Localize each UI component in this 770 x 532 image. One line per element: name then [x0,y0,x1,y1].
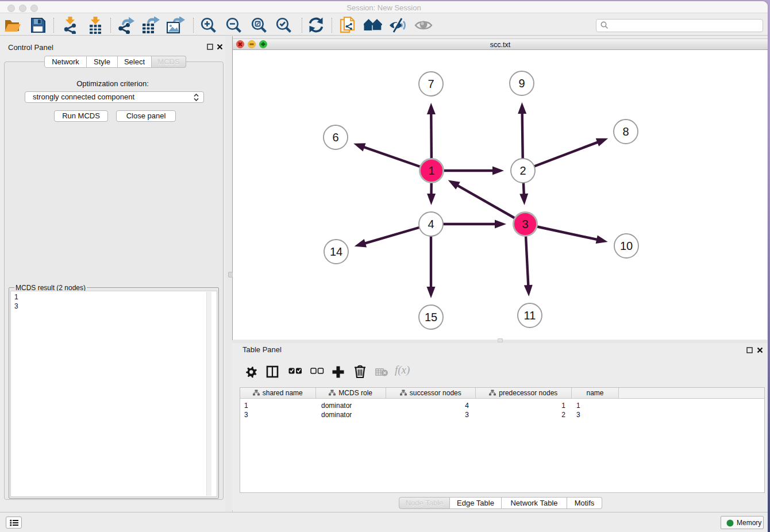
svg-text:6: 6 [332,131,338,144]
svg-text:3: 3 [522,218,528,230]
svg-text:11: 11 [524,309,536,322]
svg-text:7: 7 [428,78,434,90]
svg-text:15: 15 [425,311,437,323]
svg-text:14: 14 [330,245,342,258]
svg-text:1: 1 [428,164,434,177]
svg-text:4: 4 [428,218,434,230]
svg-text:10: 10 [620,240,633,252]
svg-text:8: 8 [622,125,629,138]
svg-text:2: 2 [519,164,526,177]
svg-text:9: 9 [518,77,525,90]
